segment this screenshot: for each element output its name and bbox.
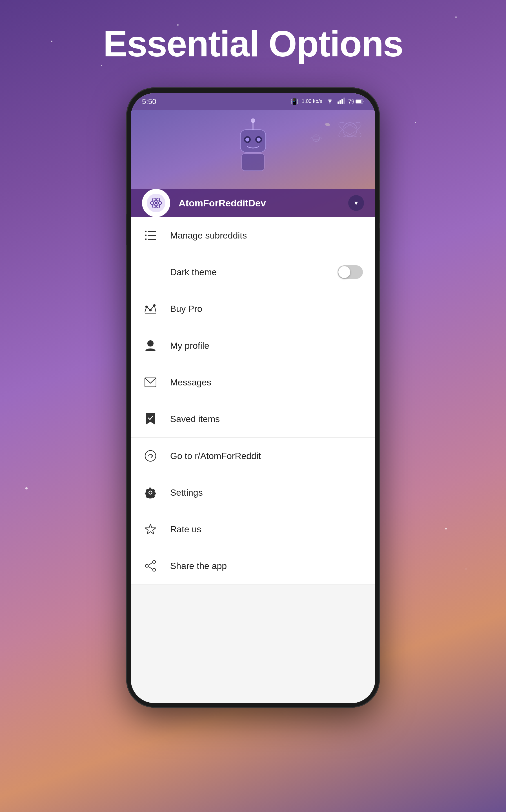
svg-rect-3 bbox=[341, 99, 343, 104]
vol-down-button[interactable] bbox=[378, 228, 380, 251]
robot-mascot bbox=[228, 119, 278, 181]
network-speed: 1.00 kb/s bbox=[302, 98, 322, 104]
svg-rect-2 bbox=[339, 100, 341, 104]
menu-item-my-profile[interactable]: My profile bbox=[131, 327, 375, 364]
menu-item-settings[interactable]: Settings bbox=[131, 474, 375, 511]
dark-theme-label: Dark theme bbox=[170, 267, 325, 278]
messages-label: Messages bbox=[170, 377, 363, 388]
svg-rect-25 bbox=[145, 231, 147, 232]
menu-group-3: Go to r/AtomForReddit Settings bbox=[131, 438, 375, 584]
arrow-circle-icon bbox=[143, 449, 158, 463]
svg-point-13 bbox=[251, 119, 255, 123]
vol-up-button[interactable] bbox=[378, 200, 380, 223]
app-header: AtomForRedditDev ▾ bbox=[131, 110, 375, 217]
svg-point-11 bbox=[311, 137, 322, 140]
star-icon bbox=[143, 522, 158, 536]
mail-icon bbox=[143, 375, 158, 390]
status-icons: 📳 1.00 kb/s bbox=[291, 97, 364, 105]
gear-icon bbox=[143, 485, 158, 500]
manage-subreddits-label: Manage subreddits bbox=[170, 230, 363, 241]
phone-frame: 5:50 📳 1.00 kb/s bbox=[126, 87, 380, 708]
svg-point-18 bbox=[257, 138, 261, 142]
svg-point-43 bbox=[153, 569, 156, 571]
page-title: Essential Options bbox=[103, 22, 403, 65]
space-deco bbox=[308, 116, 364, 173]
svg-point-24 bbox=[155, 202, 158, 204]
svg-rect-30 bbox=[148, 239, 156, 240]
share-app-label: Share the app bbox=[170, 561, 363, 571]
svg-point-10 bbox=[313, 135, 320, 142]
menu-item-messages[interactable]: Messages bbox=[131, 364, 375, 401]
power-button[interactable] bbox=[126, 214, 128, 245]
svg-rect-28 bbox=[148, 235, 156, 236]
svg-rect-19 bbox=[242, 154, 264, 170]
menu-item-buy-pro[interactable]: Buy Pro bbox=[131, 290, 375, 327]
dark-mode-icon bbox=[143, 265, 158, 279]
menu-item-dark-theme[interactable]: Dark theme bbox=[131, 254, 375, 290]
svg-point-35 bbox=[147, 340, 154, 347]
person-icon bbox=[143, 338, 158, 353]
svg-rect-27 bbox=[145, 235, 147, 236]
svg-point-34 bbox=[150, 309, 151, 311]
svg-rect-29 bbox=[145, 238, 147, 240]
svg-point-39 bbox=[149, 492, 152, 494]
menu-group-1: Manage subreddits Dark theme bbox=[131, 217, 375, 327]
signal-icon bbox=[338, 97, 345, 105]
svg-line-44 bbox=[148, 563, 153, 565]
phone-wrapper: 5:50 📳 1.00 kb/s bbox=[126, 87, 380, 708]
svg-point-17 bbox=[245, 138, 249, 142]
menu-group-2: My profile Messages bbox=[131, 327, 375, 438]
battery-icon: 79 bbox=[348, 98, 364, 105]
svg-rect-1 bbox=[338, 101, 339, 104]
list-icon bbox=[143, 228, 158, 243]
buy-pro-label: Buy Pro bbox=[170, 304, 363, 314]
share-icon bbox=[143, 559, 158, 573]
svg-point-42 bbox=[145, 565, 148, 567]
svg-point-0 bbox=[329, 102, 331, 103]
dark-theme-toggle[interactable] bbox=[338, 265, 363, 279]
avatar bbox=[142, 189, 170, 217]
username-label: AtomForRedditDev bbox=[179, 198, 340, 209]
crown-icon bbox=[143, 301, 158, 316]
svg-line-45 bbox=[148, 567, 153, 569]
rate-us-label: Rate us bbox=[170, 524, 363, 534]
saved-items-label: Saved items bbox=[170, 414, 363, 424]
svg-point-33 bbox=[154, 304, 155, 306]
battery-percent: 79 bbox=[348, 98, 354, 105]
menu-item-go-to-r[interactable]: Go to r/AtomForReddit bbox=[131, 438, 375, 474]
svg-point-32 bbox=[146, 306, 147, 308]
svg-rect-4 bbox=[343, 97, 345, 104]
phone-screen: 5:50 📳 1.00 kb/s bbox=[131, 93, 375, 703]
svg-point-41 bbox=[153, 561, 156, 563]
svg-point-37 bbox=[145, 451, 156, 461]
my-profile-label: My profile bbox=[170, 341, 363, 351]
menu-area: Manage subreddits Dark theme bbox=[131, 217, 375, 584]
header-account-bar: AtomForRedditDev ▾ bbox=[131, 189, 375, 217]
menu-item-saved-items[interactable]: Saved items bbox=[131, 401, 375, 437]
dropdown-icon: ▾ bbox=[354, 199, 358, 207]
vibrate-icon: 📳 bbox=[291, 98, 299, 105]
status-time: 5:50 bbox=[142, 97, 156, 106]
settings-label: Settings bbox=[170, 488, 363, 498]
menu-item-rate-us[interactable]: Rate us bbox=[131, 511, 375, 547]
svg-rect-6 bbox=[356, 100, 361, 103]
svg-marker-40 bbox=[145, 524, 156, 534]
account-dropdown-button[interactable]: ▾ bbox=[348, 195, 364, 211]
menu-item-manage-subreddits[interactable]: Manage subreddits bbox=[131, 217, 375, 254]
status-bar: 5:50 📳 1.00 kb/s bbox=[131, 93, 375, 110]
bookmark-check-icon bbox=[143, 412, 158, 426]
menu-item-share-app[interactable]: Share the app bbox=[131, 547, 375, 584]
svg-rect-14 bbox=[240, 130, 266, 152]
go-to-r-label: Go to r/AtomForReddit bbox=[170, 451, 363, 461]
svg-rect-26 bbox=[148, 231, 156, 232]
wifi-icon bbox=[326, 97, 334, 105]
